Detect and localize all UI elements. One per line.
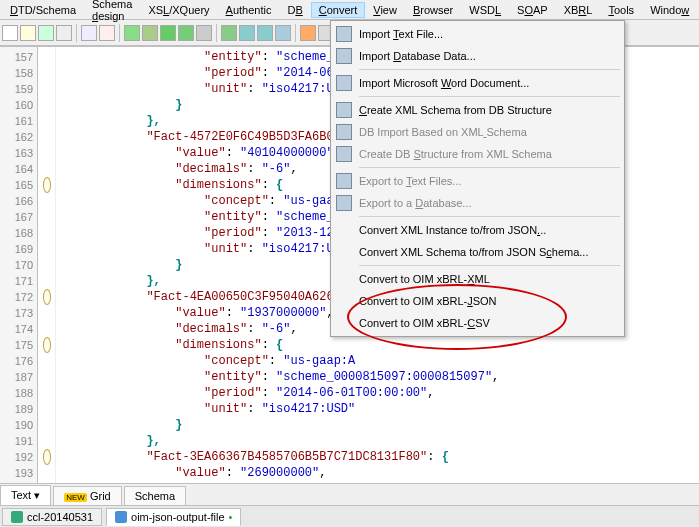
menu-item-import-text-file[interactable]: Import Text File... — [333, 23, 622, 45]
line-number: 158 — [0, 65, 37, 81]
doc-icon — [336, 75, 352, 91]
fold-marker[interactable] — [38, 369, 55, 385]
fold-marker[interactable] — [38, 81, 55, 97]
dbi-icon — [336, 124, 352, 140]
menu-item-label: Convert to OIM xBRL-XML — [359, 273, 490, 285]
file-tab-oim-json-output-file[interactable]: oim-json-output-file • — [106, 508, 241, 526]
xsd-icon[interactable] — [239, 25, 255, 41]
fold-marker[interactable] — [38, 337, 55, 353]
fold-marker[interactable] — [38, 129, 55, 145]
xml-icon[interactable] — [275, 25, 291, 41]
menu-authentic[interactable]: Authentic — [218, 2, 280, 18]
menu-item-import-microsoft-word-document[interactable]: Import Microsoft Word Document... — [333, 72, 622, 94]
menu-schemadesign[interactable]: Schema design — [84, 0, 140, 24]
line-number: 190 — [0, 417, 37, 433]
xsd2-icon[interactable] — [257, 25, 273, 41]
menu-item-convert-to-oim-xbrl-xml[interactable]: Convert to OIM xBRL-XML — [333, 268, 622, 290]
menu-xslxquery[interactable]: XSL/XQuery — [140, 2, 217, 18]
file-tab-label: ccl-20140531 — [27, 511, 93, 523]
line-number: 189 — [0, 401, 37, 417]
line-number: 192 — [0, 449, 37, 465]
menu-item-export-to-text-files: Export to Text Files... — [333, 170, 622, 192]
dirty-indicator: • — [229, 511, 233, 523]
menu-view[interactable]: View — [365, 2, 405, 18]
menu-tools[interactable]: Tools — [600, 2, 642, 18]
menu-item-label: DB Import Based on XML Schema — [359, 126, 527, 138]
fold-marker[interactable] — [38, 241, 55, 257]
view-tab-grid[interactable]: NEWGrid — [53, 486, 121, 505]
fold-marker[interactable] — [38, 321, 55, 337]
menu-item-convert-to-oim-xbrl-json[interactable]: Convert to OIM xBRL-JSON — [333, 290, 622, 312]
abc-icon[interactable] — [196, 25, 212, 41]
menu-db[interactable]: DB — [279, 2, 310, 18]
fold-marker[interactable] — [38, 177, 55, 193]
fold-marker[interactable] — [38, 417, 55, 433]
menu-soap[interactable]: SOAP — [509, 2, 556, 18]
line-number: 171 — [0, 273, 37, 289]
line-number: 160 — [0, 97, 37, 113]
fold-marker[interactable] — [38, 273, 55, 289]
fold-marker[interactable] — [38, 465, 55, 481]
fold-marker[interactable] — [38, 65, 55, 81]
xq-icon[interactable] — [142, 25, 158, 41]
view-tab-schema[interactable]: Schema — [124, 486, 186, 505]
chevron-down-icon: ▾ — [34, 489, 40, 501]
line-number: 193 — [0, 465, 37, 481]
tab-label: Grid — [90, 490, 111, 502]
menu-convert[interactable]: Convert — [311, 2, 366, 18]
line-number: 157 — [0, 49, 37, 65]
menu-dtdschema[interactable]: DTD/Schema — [2, 2, 84, 18]
menu-wsdl[interactable]: WSDL — [461, 2, 509, 18]
menu-item-import-database-data[interactable]: Import Database Data... — [333, 45, 622, 67]
fold-marker[interactable] — [38, 449, 55, 465]
fold-marker[interactable] — [38, 433, 55, 449]
new-icon[interactable] — [2, 25, 18, 41]
fold-marker[interactable] — [38, 289, 55, 305]
file-tab-ccl-20140531[interactable]: ccl-20140531 — [2, 508, 102, 526]
menu-window[interactable]: Window — [642, 2, 697, 18]
menu-item-create-xml-schema-from-db-structure[interactable]: Create XML Schema from DB Structure — [333, 99, 622, 121]
file-icon — [115, 511, 127, 523]
new-badge: NEW — [64, 493, 87, 502]
check-icon[interactable] — [178, 25, 194, 41]
fold-marker[interactable] — [38, 401, 55, 417]
expdb-icon — [336, 195, 352, 211]
fold-marker[interactable] — [38, 193, 55, 209]
menu-item-label: Create DB Structure from XML Schema — [359, 148, 552, 160]
fold-marker[interactable] — [38, 257, 55, 273]
fold-marker[interactable] — [38, 209, 55, 225]
menu-xbrl[interactable]: XBRL — [556, 2, 601, 18]
validate-icon[interactable] — [160, 25, 176, 41]
fold-marker[interactable] — [38, 385, 55, 401]
run-icon[interactable] — [300, 25, 316, 41]
fold-marker[interactable] — [38, 113, 55, 129]
menu-browser[interactable]: Browser — [405, 2, 461, 18]
fold-marker[interactable] — [38, 161, 55, 177]
txt-icon — [336, 26, 352, 42]
open-icon[interactable] — [20, 25, 36, 41]
find-icon[interactable] — [81, 25, 97, 41]
fold-marker[interactable] — [38, 353, 55, 369]
fold-marker[interactable] — [38, 49, 55, 65]
replace-icon[interactable] — [99, 25, 115, 41]
menu-item-convert-to-oim-xbrl-csv[interactable]: Convert to OIM xBRL-CSV — [333, 312, 622, 334]
line-number: 173 — [0, 305, 37, 321]
fold-marker[interactable] — [38, 145, 55, 161]
menu-item-label: Convert XML Instance to/from JSON... — [359, 224, 546, 236]
view-tab-text[interactable]: Text ▾ — [0, 485, 51, 505]
xsl-icon[interactable] — [124, 25, 140, 41]
menu-item-convert-xml-instance-to-from-json[interactable]: Convert XML Instance to/from JSON... — [333, 219, 622, 241]
xsl2-icon[interactable] — [221, 25, 237, 41]
file-icon — [11, 511, 23, 523]
fold-marker[interactable] — [38, 97, 55, 113]
save-icon[interactable] — [38, 25, 54, 41]
print-icon[interactable] — [56, 25, 72, 41]
line-number: 163 — [0, 145, 37, 161]
line-number: 191 — [0, 433, 37, 449]
menu-item-convert-xml-schema-to-from-json-schema[interactable]: Convert XML Schema to/from JSON Schema..… — [333, 241, 622, 263]
fold-marker[interactable] — [38, 225, 55, 241]
fold-marker[interactable] — [38, 305, 55, 321]
menu-item-label: Export to Text Files... — [359, 175, 462, 187]
menubar: DTD/SchemaSchema designXSL/XQueryAuthent… — [0, 0, 699, 20]
db-icon — [336, 48, 352, 64]
